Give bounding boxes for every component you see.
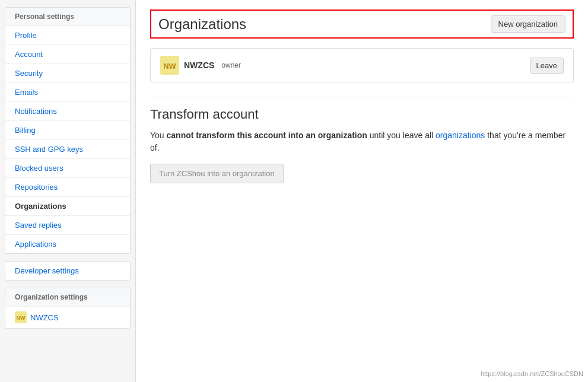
- org-card-name: NWZCS: [184, 61, 214, 70]
- sidebar-item-ssh-gpg[interactable]: SSH and GPG keys: [5, 140, 130, 159]
- transform-section: Transform account You cannot transform t…: [150, 97, 574, 183]
- sidebar-item-applications[interactable]: Applications: [5, 235, 130, 253]
- new-organization-button[interactable]: New organization: [491, 15, 565, 33]
- page-title: Organizations: [158, 16, 246, 33]
- sidebar-item-profile[interactable]: Profile: [5, 26, 130, 45]
- sidebar-item-billing[interactable]: Billing: [5, 121, 130, 140]
- org-icon: NW: [15, 311, 27, 323]
- transform-description: You cannot transform this account into a…: [150, 129, 574, 154]
- transform-desc-link[interactable]: organizations: [436, 130, 485, 140]
- org-settings-group: Organization settings NW NWZCS: [5, 288, 131, 329]
- svg-text:NW: NW: [163, 62, 176, 71]
- personal-settings-label: Personal settings: [5, 8, 130, 26]
- personal-settings-group: Personal settings Profile Account Securi…: [5, 7, 131, 254]
- org-card-icon: NW: [160, 56, 179, 75]
- org-card: NW NWZCS owner Leave: [150, 48, 574, 82]
- transform-desc-before: You: [150, 130, 167, 140]
- sidebar-item-security[interactable]: Security: [5, 64, 130, 83]
- sidebar-org-name: NWZCS: [30, 313, 59, 322]
- sidebar: Personal settings Profile Account Securi…: [0, 0, 135, 382]
- transform-account-button[interactable]: Turn ZCShou into an organization: [150, 164, 284, 183]
- org-card-left: NW NWZCS owner: [160, 56, 241, 75]
- transform-desc-cannot: cannot transform this account into an or…: [167, 130, 367, 140]
- transform-title: Transform account: [150, 97, 574, 122]
- sidebar-item-account[interactable]: Account: [5, 45, 130, 64]
- sidebar-item-repositories[interactable]: Repositories: [5, 178, 130, 197]
- org-card-role: owner: [221, 61, 241, 69]
- sidebar-item-blocked-users[interactable]: Blocked users: [5, 159, 130, 178]
- sidebar-item-developer-settings[interactable]: Developer settings: [5, 262, 130, 280]
- sidebar-item-organizations[interactable]: Organizations: [5, 197, 130, 216]
- leave-org-button[interactable]: Leave: [530, 58, 564, 74]
- transform-desc-after: until you leave all: [367, 130, 436, 140]
- developer-settings-group: Developer settings: [5, 261, 131, 281]
- main-content: Organizations New organization NW NWZCS …: [135, 0, 588, 382]
- sidebar-item-saved-replies[interactable]: Saved replies: [5, 216, 130, 235]
- page-header: Organizations New organization: [150, 9, 574, 39]
- sidebar-item-emails[interactable]: Emails: [5, 83, 130, 102]
- sidebar-org-nwzcs[interactable]: NW NWZCS: [5, 307, 130, 328]
- svg-text:NW: NW: [17, 315, 26, 321]
- org-settings-label: Organization settings: [5, 288, 130, 307]
- watermark: https://blog.csdn.net/ZCShouCSDN: [481, 370, 583, 377]
- sidebar-item-notifications[interactable]: Notifications: [5, 102, 130, 121]
